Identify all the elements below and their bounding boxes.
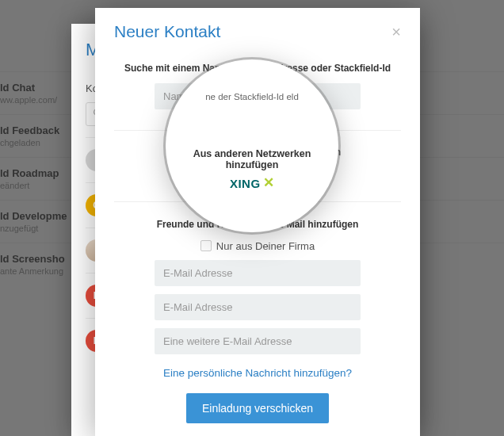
divider	[114, 130, 401, 131]
new-contact-modal: Neuer Kontakt × Suche mit einem Namen, E…	[95, 8, 420, 436]
search-input[interactable]	[155, 83, 361, 109]
network-section-label: Aus anderen Netzwerken hinzufügen	[114, 147, 401, 158]
modal-title: Neuer Kontakt	[114, 22, 220, 41]
divider	[114, 201, 401, 202]
only-company-label: Nur aus Deiner Firma	[216, 240, 315, 252]
send-invite-button[interactable]: Einladung verschicken	[186, 393, 329, 423]
xing-button[interactable]: XING ✕	[235, 164, 280, 181]
email-input-1[interactable]	[155, 260, 361, 286]
close-icon[interactable]: ×	[391, 23, 401, 41]
xing-logo-text: XING	[235, 166, 266, 179]
email-input-2[interactable]	[155, 294, 361, 320]
search-section-label: Suche mit einem Namen, E-Mail-Adresse od…	[114, 62, 401, 75]
invite-section-label: Freunde und Kollegen per E-Mail hinzufüg…	[114, 218, 401, 231]
xing-logo-icon: ✕	[269, 163, 281, 180]
email-input-3[interactable]	[155, 328, 361, 354]
add-personal-message-link[interactable]: Eine persönliche Nachricht hinzufügen?	[114, 367, 401, 379]
only-company-checkbox[interactable]	[200, 240, 212, 251]
